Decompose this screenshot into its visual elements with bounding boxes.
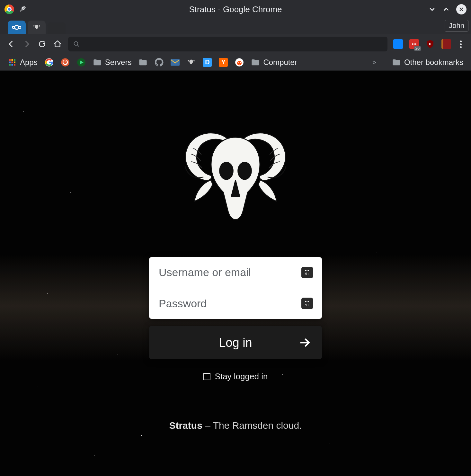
username-input[interactable] (158, 266, 301, 279)
folder-icon (93, 58, 102, 67)
svg-rect-12 (14, 61, 15, 63)
login-button-label: Log in (219, 336, 252, 350)
profile-chip[interactable]: John (445, 20, 468, 31)
svg-point-28 (220, 162, 233, 179)
svg-point-26 (238, 62, 239, 63)
browser-toolbar: ••• 20 u (0, 34, 471, 54)
bm-folder-servers[interactable]: Servers (93, 58, 132, 67)
tab-nextcloud[interactable] (8, 21, 26, 34)
svg-rect-11 (12, 61, 13, 63)
stay-logged-in-checkbox[interactable] (203, 373, 210, 380)
ext-book-icon[interactable] (441, 39, 451, 49)
bm-folder-computer-label: Computer (263, 58, 297, 67)
svg-rect-9 (14, 59, 15, 61)
ext-lastpass-icon[interactable]: ••• 20 (409, 39, 419, 49)
chrome-menu-button[interactable] (457, 40, 465, 48)
bm-github-icon[interactable] (155, 58, 164, 67)
pw-badge-count: 9+ (305, 272, 309, 276)
bm-folder-computer[interactable]: Computer (251, 58, 297, 67)
other-bookmarks-button[interactable]: Other bookmarks (392, 58, 463, 67)
login-card: ••• 9+ ••• 9+ (149, 257, 322, 319)
reload-button[interactable] (37, 39, 47, 49)
svg-line-6 (77, 45, 79, 47)
extension-icons: ••• 20 u (393, 39, 451, 49)
chrome-logo-icon (4, 4, 14, 14)
pw-badge-count: 9+ (305, 303, 309, 307)
svg-point-2 (15, 25, 19, 30)
svg-rect-7 (9, 59, 11, 61)
forward-button[interactable] (22, 39, 31, 49)
apps-grid-icon (8, 58, 17, 67)
svg-rect-13 (9, 64, 11, 66)
svg-rect-8 (12, 59, 13, 61)
page-content: ••• 9+ ••• 9+ Log in Stay logged in Stra… (0, 71, 471, 476)
home-button[interactable] (53, 39, 62, 49)
username-field-wrap: ••• 9+ (149, 257, 322, 288)
search-icon (73, 41, 80, 47)
svg-point-29 (238, 162, 252, 179)
password-manager-badge[interactable]: ••• 9+ (301, 267, 313, 278)
login-button[interactable]: Log in (149, 326, 322, 359)
bm-google-icon[interactable] (45, 58, 54, 67)
stay-logged-in-row[interactable]: Stay logged in (203, 372, 268, 382)
ram-skull-icon (32, 23, 41, 32)
nextcloud-icon (12, 23, 21, 32)
footer-tagline-rest: – The Ramsden cloud. (202, 420, 302, 431)
url-input[interactable] (84, 40, 382, 48)
pin-icon[interactable] (19, 5, 26, 13)
ext-news-icon[interactable] (393, 39, 403, 49)
password-manager-badge[interactable]: ••• 9+ (301, 298, 313, 309)
maximize-chevron-icon[interactable] (442, 5, 450, 13)
back-button[interactable] (6, 39, 16, 49)
svg-rect-23 (171, 59, 180, 66)
password-input[interactable] (158, 297, 301, 310)
bookmark-separator (384, 58, 384, 67)
tab-placeholder (48, 22, 66, 34)
window-close-button[interactable] (456, 4, 467, 14)
folder-icon (392, 58, 401, 67)
tab-strip: John (0, 19, 471, 34)
bm-ram-icon[interactable] (187, 58, 196, 67)
ext-lastpass-badge: 20 (414, 46, 421, 51)
ram-skull-logo-icon (174, 119, 297, 241)
tab-ram[interactable] (28, 21, 46, 34)
svg-rect-10 (9, 61, 11, 63)
apps-label: Apps (20, 58, 38, 67)
bm-reddit-icon[interactable] (235, 58, 244, 67)
svg-point-25 (237, 61, 242, 65)
minimize-chevron-icon[interactable] (428, 5, 436, 13)
svg-point-3 (13, 26, 15, 29)
window-title: Stratus - Google Chrome (0, 4, 471, 14)
svg-rect-15 (14, 64, 15, 66)
svg-rect-14 (12, 64, 13, 66)
svg-point-5 (74, 42, 78, 46)
bm-folder-servers-label: Servers (105, 58, 132, 67)
footer-app-name: Stratus (169, 420, 202, 431)
bm-folder-blank[interactable] (138, 58, 147, 67)
bm-mail-icon[interactable] (171, 58, 180, 67)
folder-icon (251, 58, 260, 67)
password-field-wrap: ••• 9+ (149, 288, 322, 319)
svg-point-4 (19, 26, 21, 29)
apps-button[interactable]: Apps (8, 58, 38, 67)
svg-point-27 (240, 62, 241, 63)
bm-disqus-icon[interactable]: D (203, 58, 212, 67)
site-logo (171, 116, 300, 244)
bm-play-icon[interactable] (77, 58, 86, 67)
bm-hn-icon[interactable]: Y (219, 58, 228, 67)
omnibox[interactable] (68, 37, 387, 51)
bookmark-overflow-icon[interactable]: » (372, 58, 376, 67)
arrow-right-icon (298, 336, 311, 349)
window-titlebar: Stratus - Google Chrome (0, 0, 471, 19)
svg-point-19 (63, 60, 67, 64)
bookmark-bar: Apps Servers D Y Computer » (0, 54, 471, 71)
svg-point-20 (66, 61, 66, 61)
bm-duckduckgo-icon[interactable] (61, 58, 70, 67)
stay-logged-in-label: Stay logged in (215, 372, 268, 382)
footer-tagline: Stratus – The Ramsden cloud. (169, 420, 302, 431)
other-bookmarks-label: Other bookmarks (404, 58, 463, 67)
ext-ublock-icon[interactable]: u (425, 39, 435, 49)
